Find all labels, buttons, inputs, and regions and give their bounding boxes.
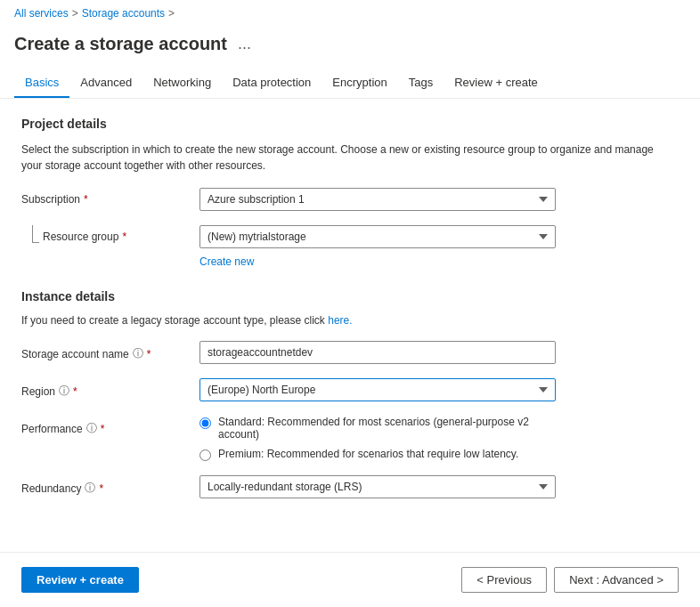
legacy-link[interactable]: here. bbox=[328, 314, 352, 327]
breadcrumb-all-services[interactable]: All services bbox=[14, 7, 69, 20]
performance-control: Standard: Recommended for most scenarios… bbox=[199, 416, 556, 461]
region-select[interactable]: (Europe) North Europe bbox=[199, 378, 556, 401]
subscription-group: Subscription * Azure subscription 1 bbox=[21, 188, 655, 211]
performance-premium-option[interactable]: Premium: Recommended for scenarios that … bbox=[199, 448, 556, 461]
redundancy-info-icon: ⓘ bbox=[85, 481, 95, 496]
region-group: Region ⓘ * (Europe) North Europe bbox=[21, 378, 655, 401]
storage-account-name-control bbox=[199, 341, 556, 364]
breadcrumb: All services > Storage accounts > bbox=[0, 0, 700, 27]
resource-group-control: (New) mytrialstorage bbox=[199, 225, 556, 248]
performance-premium-radio[interactable] bbox=[199, 449, 211, 461]
main-content: Project details Select the subscription … bbox=[0, 99, 677, 530]
performance-required: * bbox=[101, 423, 105, 435]
redundancy-group: Redundancy ⓘ * Locally-redundant storage… bbox=[21, 475, 655, 498]
breadcrumb-sep1: > bbox=[72, 7, 78, 20]
resource-group-label-area: Resource group * bbox=[21, 225, 199, 243]
project-details-desc: Select the subscription in which to crea… bbox=[21, 142, 655, 174]
redundancy-control: Locally-redundant storage (LRS) bbox=[199, 475, 556, 498]
tab-basics[interactable]: Basics bbox=[14, 69, 69, 98]
project-details-section: Project details Select the subscription … bbox=[21, 117, 655, 268]
project-details-title: Project details bbox=[21, 117, 655, 131]
rg-line-v bbox=[32, 225, 33, 236]
redundancy-label: Redundancy ⓘ * bbox=[21, 475, 199, 496]
tab-tags[interactable]: Tags bbox=[398, 69, 444, 98]
performance-label: Performance ⓘ * bbox=[21, 416, 199, 436]
performance-radio-group: Standard: Recommended for most scenarios… bbox=[199, 416, 556, 461]
performance-standard-radio[interactable] bbox=[199, 417, 211, 429]
subscription-select[interactable]: Azure subscription 1 bbox=[199, 188, 556, 211]
region-info-icon: ⓘ bbox=[59, 384, 69, 399]
performance-info-icon: ⓘ bbox=[86, 421, 97, 436]
page-header: Create a storage account ... bbox=[0, 27, 700, 69]
region-control: (Europe) North Europe bbox=[199, 378, 556, 401]
subscription-label: Subscription * bbox=[21, 188, 199, 206]
rg-required: * bbox=[122, 231, 126, 243]
resource-group-select[interactable]: (New) mytrialstorage bbox=[199, 225, 556, 248]
tab-data-protection[interactable]: Data protection bbox=[222, 69, 322, 98]
legacy-text: If you need to create a legacy storage a… bbox=[21, 314, 655, 327]
subscription-required: * bbox=[84, 193, 88, 206]
region-required: * bbox=[73, 385, 77, 398]
footer: Review + create < Previous Next : Advanc… bbox=[0, 552, 700, 553]
redundancy-required: * bbox=[99, 482, 103, 495]
breadcrumb-sep2: > bbox=[168, 7, 175, 20]
storage-account-name-label: Storage account name ⓘ * bbox=[21, 341, 199, 361]
create-new-link[interactable]: Create new bbox=[199, 255, 254, 268]
rg-connector bbox=[21, 225, 39, 243]
breadcrumb-storage-accounts[interactable]: Storage accounts bbox=[82, 7, 165, 20]
rg-corner bbox=[32, 236, 39, 243]
redundancy-select[interactable]: Locally-redundant storage (LRS) bbox=[199, 475, 556, 498]
storage-name-required: * bbox=[147, 348, 151, 360]
create-new-wrap: Create new bbox=[199, 252, 655, 268]
resource-group-row: Resource group * (New) mytrialstorage bbox=[21, 225, 655, 248]
region-label: Region ⓘ * bbox=[21, 378, 199, 399]
tab-encryption[interactable]: Encryption bbox=[322, 69, 397, 98]
page-title: Create a storage account bbox=[14, 34, 227, 54]
tabs-bar: Basics Advanced Networking Data protecti… bbox=[0, 69, 700, 99]
tab-advanced[interactable]: Advanced bbox=[69, 69, 142, 98]
performance-standard-option[interactable]: Standard: Recommended for most scenarios… bbox=[199, 416, 556, 441]
instance-details-title: Instance details bbox=[21, 289, 655, 304]
performance-premium-label: Premium: Recommended for scenarios that … bbox=[218, 448, 518, 460]
resource-group-label: Resource group * bbox=[43, 225, 126, 243]
performance-standard-label: Standard: Recommended for most scenarios… bbox=[218, 416, 556, 441]
subscription-control: Azure subscription 1 bbox=[199, 188, 556, 211]
performance-group: Performance ⓘ * Standard: Recommended fo… bbox=[21, 416, 655, 461]
page-title-ellipsis: ... bbox=[238, 35, 251, 53]
tab-networking[interactable]: Networking bbox=[142, 69, 222, 98]
storage-account-name-group: Storage account name ⓘ * bbox=[21, 341, 655, 364]
tab-review-create[interactable]: Review + create bbox=[444, 69, 549, 98]
storage-name-info-icon: ⓘ bbox=[133, 346, 143, 361]
instance-details-section: Instance details If you need to create a… bbox=[21, 289, 655, 498]
storage-account-name-input[interactable] bbox=[199, 341, 556, 364]
